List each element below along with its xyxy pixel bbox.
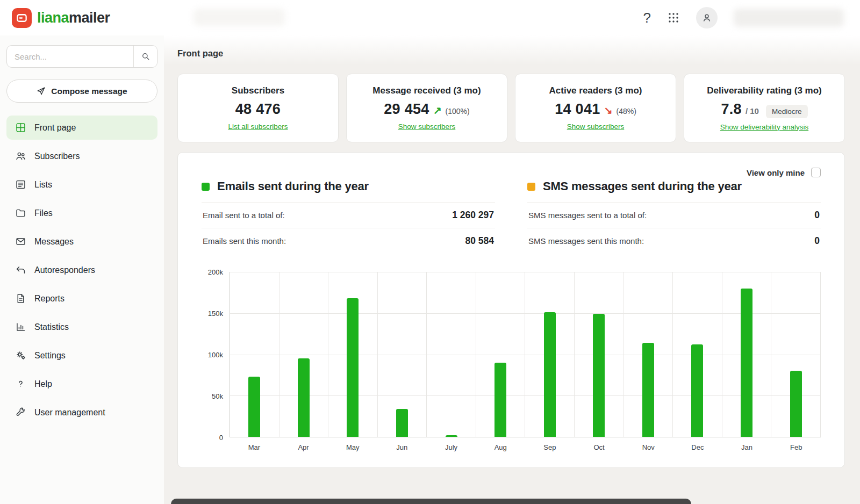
stat-card-active-readers-3-mo: Active readers (3 mo)14 041↘(48%)Show su…	[515, 74, 676, 142]
sidebar-item-help[interactable]: Help	[6, 372, 157, 396]
sidebar-item-label: Settings	[34, 351, 66, 361]
sidebar-item-label: Reports	[34, 294, 64, 304]
sms-section: SMS messages sent during the year SMS me…	[527, 179, 821, 254]
sidebar-item-user-management[interactable]: User management	[6, 400, 157, 424]
view-only-mine-checkbox[interactable]	[811, 168, 821, 177]
show-deliverability-analysis-link[interactable]: Show deliverability analysis	[720, 123, 808, 131]
lists-icon	[15, 179, 26, 190]
brand-logo[interactable]: lianamailer	[12, 8, 110, 28]
stat-card-title: Subscribers	[232, 85, 284, 96]
emails-bar-chart: 200k150k100k50k0 MarAprMayJunJulyAugSepO…	[202, 272, 821, 451]
y-tick-label: 200k	[208, 268, 223, 276]
list-all-subscribers-link[interactable]: List all subscribers	[228, 123, 288, 131]
files-icon	[15, 207, 26, 219]
x-tick-label: May	[328, 443, 377, 451]
x-tick-label: Jan	[722, 443, 772, 451]
page-title: Front page	[177, 35, 845, 59]
chart-plot-area	[230, 272, 821, 437]
emails-section: Emails sent during the year Email sent t…	[202, 179, 495, 254]
bar-dec[interactable]	[691, 344, 703, 437]
bar-may[interactable]	[347, 298, 359, 437]
top-header: lianamailer ?	[0, 0, 860, 35]
sidebar-item-label: Help	[34, 379, 52, 389]
trend-down-icon: ↘	[604, 104, 613, 117]
messages-icon	[15, 236, 26, 247]
lianamailer-logo-icon	[12, 8, 32, 28]
reports-icon	[15, 293, 26, 304]
sidebar-item-label: Messages	[34, 237, 74, 247]
help-icon[interactable]: ?	[643, 10, 651, 26]
bar-jan[interactable]	[741, 289, 752, 437]
bar-oct[interactable]	[593, 314, 605, 437]
user-avatar-icon[interactable]	[696, 7, 718, 28]
x-tick-label: Aug	[476, 443, 525, 451]
stat-card-subscribers: Subscribers48 476List all subscribers	[177, 74, 339, 142]
x-tick-label: Feb	[771, 443, 821, 451]
sidebar-item-reports[interactable]: Reports	[6, 286, 157, 311]
emails-section-title: Emails sent during the year	[217, 179, 369, 193]
apps-grid-icon[interactable]	[667, 11, 680, 24]
view-only-mine: View only mine	[202, 167, 821, 178]
stat-value: 48 476	[235, 101, 281, 118]
sidebar-item-label: Front page	[34, 123, 76, 133]
show-subscribers-link[interactable]: Show subscribers	[567, 123, 625, 131]
bar-mar[interactable]	[248, 377, 260, 437]
y-tick-label: 150k	[208, 309, 223, 318]
bar-sep[interactable]	[544, 312, 556, 437]
sidebar-item-settings[interactable]: Settings	[6, 343, 157, 368]
front-page-icon	[15, 122, 26, 133]
bar-nov[interactable]	[642, 343, 654, 437]
y-tick-label: 100k	[208, 351, 223, 359]
sidebar-item-subscribers[interactable]: Subscribers	[6, 144, 157, 168]
sms-section-title: SMS messages sent during the year	[543, 179, 742, 193]
sidebar: Compose message Front pageSubscribersLis…	[0, 35, 164, 504]
sidebar-item-label: Subscribers	[34, 152, 80, 161]
stat-value: 14 041	[555, 101, 600, 118]
chart-y-axis: 200k150k100k50k0	[202, 272, 230, 437]
bar-jun[interactable]	[396, 409, 408, 437]
main-content: Front page Subscribers48 476List all sub…	[164, 35, 860, 504]
sidebar-item-front-page[interactable]: Front page	[6, 116, 157, 140]
bottom-toast-peek	[171, 499, 691, 504]
emails-total-row: Email sent to a total of: 1 260 297	[202, 202, 495, 228]
search-icon-button[interactable]	[133, 46, 157, 67]
autoresponders-icon	[15, 264, 26, 276]
send-icon	[37, 87, 46, 96]
view-only-mine-label: View only mine	[747, 168, 805, 177]
sidebar-item-label: Statistics	[34, 322, 69, 332]
sidebar-item-files[interactable]: Files	[6, 201, 157, 225]
sms-total-row: SMS messages sent to a total of: 0	[527, 202, 821, 228]
stat-value: 29 454	[384, 101, 429, 118]
search-input[interactable]	[7, 46, 133, 67]
statistics-icon	[15, 321, 26, 333]
x-tick-label: Dec	[673, 443, 722, 451]
sidebar-item-lists[interactable]: Lists	[6, 172, 157, 197]
sidebar-item-autoresponders[interactable]: Autoresponders	[6, 258, 157, 282]
stat-card-title: Message received (3 mo)	[372, 85, 481, 96]
bar-feb[interactable]	[790, 371, 802, 437]
stat-card-message-received-3-mo: Message received (3 mo)29 454↗(100%)Show…	[346, 74, 507, 142]
bar-aug[interactable]	[494, 363, 506, 437]
bar-july[interactable]	[446, 435, 457, 437]
stat-value-suffix: / 10	[746, 106, 759, 116]
compose-message-button[interactable]: Compose message	[6, 80, 157, 103]
sidebar-item-label: Files	[34, 208, 53, 218]
sidebar-item-messages[interactable]: Messages	[6, 229, 157, 254]
subscribers-icon	[15, 150, 26, 162]
stat-cards-row: Subscribers48 476List all subscribersMes…	[177, 74, 845, 142]
brand-name: lianamailer	[37, 10, 110, 26]
x-tick-label: Oct	[575, 443, 624, 451]
sidebar-item-statistics[interactable]: Statistics	[6, 315, 157, 339]
stat-value: 7.8	[721, 101, 742, 118]
help-icon	[15, 378, 26, 390]
bar-apr[interactable]	[298, 358, 310, 437]
sms-legend-swatch-icon	[527, 183, 535, 191]
y-tick-label: 0	[219, 434, 223, 442]
trend-percent: (48%)	[616, 107, 636, 116]
show-subscribers-link[interactable]: Show subscribers	[398, 123, 456, 131]
x-tick-label: Sep	[525, 443, 575, 451]
sms-month-row: SMS messages sent this month: 0	[527, 228, 821, 254]
x-tick-label: Jun	[377, 443, 427, 451]
x-tick-label: Mar	[230, 443, 279, 451]
y-tick-label: 50k	[212, 392, 223, 400]
